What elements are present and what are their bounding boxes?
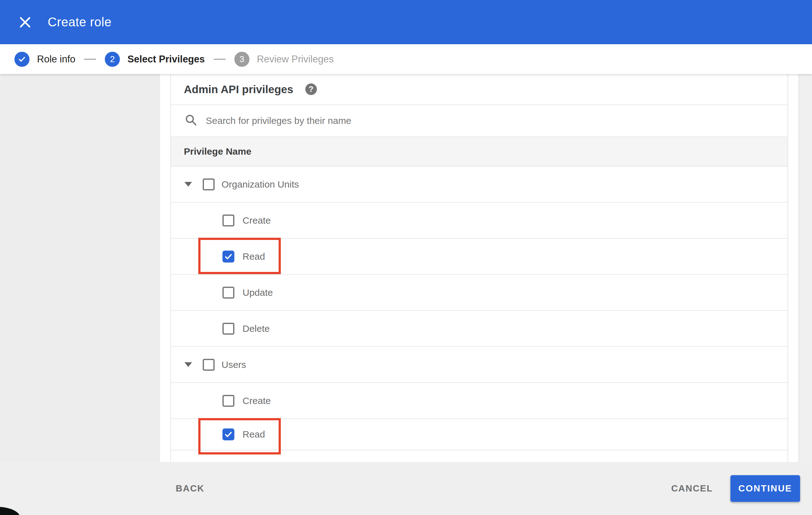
- dialog-title: Create role: [48, 15, 111, 29]
- close-icon[interactable]: [16, 13, 34, 31]
- table-row[interactable]: Create: [171, 203, 787, 239]
- left-gutter: [0, 74, 160, 462]
- privilege-label: Organization Units: [222, 179, 299, 190]
- privileges-table: Admin API privileges ? Privilege Name Or…: [170, 74, 788, 462]
- continue-button[interactable]: CONTINUE: [730, 475, 800, 502]
- privilege-checkbox[interactable]: [223, 251, 234, 263]
- highlight-annotation-box: [198, 238, 281, 274]
- table-row[interactable]: Organization Units: [171, 166, 787, 203]
- privilege-rows: Organization Units Create Read Update De…: [171, 166, 787, 462]
- privilege-label: Create: [242, 215, 271, 226]
- privileges-panel: Admin API privileges ? Privilege Name Or…: [160, 74, 799, 462]
- right-gutter: [799, 74, 812, 462]
- question-mark-icon[interactable]: ?: [305, 84, 317, 95]
- step-number-badge: 3: [234, 52, 250, 67]
- footer-actions: CANCEL CONTINUE: [671, 475, 800, 502]
- create-role-dialog: Create role Role info 2 Select Privilege…: [0, 0, 812, 515]
- step-label: Review Privileges: [257, 54, 334, 65]
- privilege-label: Update: [242, 287, 273, 298]
- step-select-privileges[interactable]: 2 Select Privileges: [105, 52, 205, 67]
- highlight-annotation-box: [198, 418, 281, 454]
- back-button[interactable]: BACK: [176, 483, 205, 494]
- search-row: [171, 105, 787, 137]
- privilege-checkbox[interactable]: [223, 287, 234, 299]
- app-bar: Create role: [0, 0, 812, 44]
- privilege-checkbox[interactable]: [223, 395, 234, 407]
- search-icon: [184, 114, 198, 128]
- dialog-body: Admin API privileges ? Privilege Name Or…: [0, 74, 812, 462]
- step-label: Select Privileges: [127, 54, 205, 65]
- step-number-badge: 2: [105, 52, 120, 67]
- privilege-checkbox[interactable]: [223, 323, 234, 335]
- privilege-label: Create: [242, 395, 271, 406]
- triangle-down-icon[interactable]: [184, 362, 192, 367]
- section-heading-row: Admin API privileges ?: [171, 74, 787, 105]
- step-review-privileges[interactable]: 3 Review Privileges: [234, 52, 334, 67]
- table-row[interactable]: Delete: [171, 311, 787, 347]
- privilege-label: Delete: [242, 323, 270, 334]
- table-row[interactable]: Read: [171, 419, 787, 450]
- privilege-checkbox[interactable]: [203, 359, 214, 371]
- privilege-checkbox[interactable]: [223, 428, 234, 441]
- search-input[interactable]: [206, 115, 676, 126]
- step-separator: [214, 59, 226, 60]
- section-title: Admin API privileges: [184, 83, 293, 96]
- privilege-checkbox[interactable]: [223, 215, 234, 226]
- privilege-label: Read: [242, 251, 265, 262]
- privilege-label: Read: [242, 429, 265, 440]
- step-separator: [84, 59, 96, 60]
- column-header-privilege-name: Privilege Name: [184, 146, 251, 157]
- checkmark-icon: [224, 430, 233, 439]
- dialog-footer: BACK CANCEL CONTINUE: [0, 462, 812, 515]
- stepper: Role info 2 Select Privileges 3 Review P…: [0, 44, 812, 74]
- checkmark-icon: [224, 252, 233, 261]
- step-role-info[interactable]: Role info: [14, 52, 75, 67]
- table-row[interactable]: Users: [171, 347, 787, 383]
- privilege-checkbox[interactable]: [203, 178, 214, 190]
- table-row[interactable]: Create: [171, 383, 787, 419]
- table-row[interactable]: Update: [171, 275, 787, 311]
- triangle-down-icon[interactable]: [184, 182, 192, 187]
- table-header-row: Privilege Name: [171, 137, 787, 166]
- cancel-button[interactable]: CANCEL: [671, 483, 713, 494]
- step-label: Role info: [37, 54, 75, 65]
- check-icon: [14, 52, 29, 67]
- privilege-label: Users: [222, 359, 246, 370]
- table-row[interactable]: Read: [171, 239, 787, 275]
